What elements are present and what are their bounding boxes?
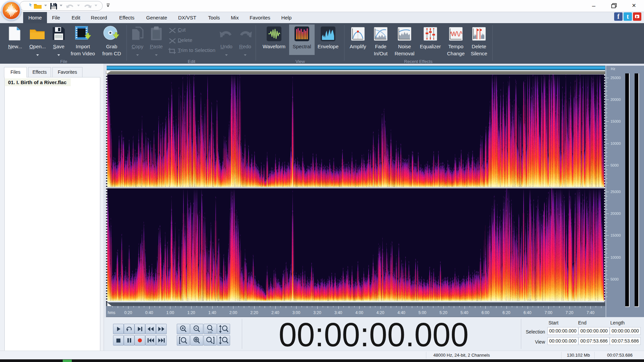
svg-text:100: 100: [208, 331, 212, 334]
